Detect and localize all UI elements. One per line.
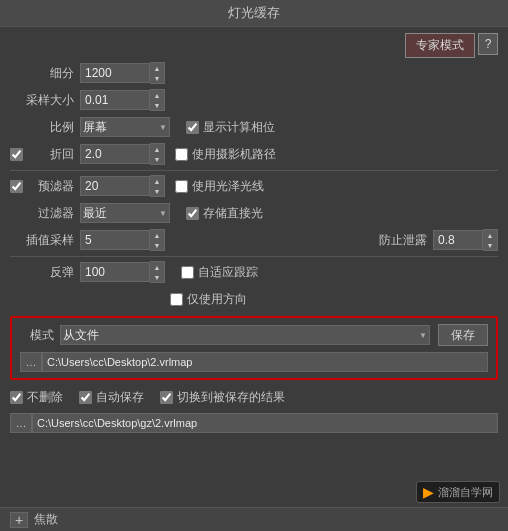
store-direct-wrap: 存储直接光: [186, 205, 263, 222]
expert-mode-button[interactable]: 专家模式: [405, 33, 475, 58]
scale-select[interactable]: 屏幕 世界: [80, 117, 170, 137]
prefilter-label: 预滤器: [30, 178, 80, 195]
prefilter-row: 预滤器 ▲ ▼ 使用光泽光线: [10, 175, 498, 197]
auto-save-label: 自动保存: [96, 389, 144, 406]
camera-path-wrap: 使用摄影机路径: [175, 146, 276, 163]
interp-up[interactable]: ▲: [150, 230, 164, 240]
store-direct-label: 存储直接光: [203, 205, 263, 222]
path2-row: …: [10, 413, 498, 433]
leak-up[interactable]: ▲: [483, 230, 497, 240]
bounce-label: 反弹: [10, 264, 80, 281]
show-calc-phase-checkbox[interactable]: [186, 121, 199, 134]
switch-save-checkbox[interactable]: [160, 391, 173, 404]
direction-only-wrap: 仅使用方向: [170, 291, 247, 308]
subdivisions-input[interactable]: [80, 63, 150, 83]
bounce-down[interactable]: ▼: [150, 272, 164, 282]
foldback-checkbox[interactable]: [10, 148, 23, 161]
title-bar: 灯光缓存: [0, 0, 508, 27]
filter-select[interactable]: 最近 固定: [80, 203, 170, 223]
path1-row: …: [20, 352, 488, 372]
foldback-row: 折回 ▲ ▼ 使用摄影机路径: [10, 143, 498, 165]
help-button[interactable]: ?: [478, 33, 498, 55]
camera-path-label: 使用摄影机路径: [192, 146, 276, 163]
direction-only-checkbox[interactable]: [170, 293, 183, 306]
subdivisions-up[interactable]: ▲: [150, 63, 164, 73]
bottom-bar: + 焦散: [0, 507, 508, 531]
no-delete-wrap: 不删除: [10, 389, 63, 406]
path2-input[interactable]: [32, 413, 498, 433]
switch-save-label: 切换到被保存的结果: [177, 389, 285, 406]
focus-label: 焦散: [34, 511, 58, 528]
auto-tracking-checkbox[interactable]: [181, 266, 194, 279]
sample-size-label: 采样大小: [10, 92, 80, 109]
watermark-text: 溜溜自学网: [438, 485, 493, 500]
sample-size-input[interactable]: [80, 90, 150, 110]
interp-label: 插值采样: [10, 232, 80, 249]
show-calc-phase-wrap: 显示计算相位: [186, 119, 275, 136]
auto-tracking-wrap: 自适应跟踪: [181, 264, 258, 281]
filter-row: 过滤器 最近 固定 存储直接光: [10, 202, 498, 224]
mode-label: 模式: [20, 327, 60, 344]
sample-size-down[interactable]: ▼: [150, 100, 164, 110]
auto-save-checkbox[interactable]: [79, 391, 92, 404]
leak-prevent-label: 防止泄露: [373, 232, 433, 249]
store-direct-checkbox[interactable]: [186, 207, 199, 220]
direction-only-label: 仅使用方向: [187, 291, 247, 308]
interp-input[interactable]: [80, 230, 150, 250]
subdivisions-row: 细分 ▲ ▼: [10, 62, 498, 84]
foldback-down[interactable]: ▼: [150, 154, 164, 164]
scale-row: 比例 屏幕 世界 显示计算相位: [10, 116, 498, 138]
prefilter-spinner[interactable]: ▲ ▼: [150, 175, 165, 197]
divider1: [10, 170, 498, 171]
no-delete-checkbox[interactable]: [10, 391, 23, 404]
camera-path-checkbox[interactable]: [175, 148, 188, 161]
main-panel: 专家模式 ? 细分 ▲ ▼ 采样大小 ▲ ▼ 比例 屏幕 世界: [0, 27, 508, 439]
bounce-spinner[interactable]: ▲ ▼: [150, 261, 165, 283]
subdivisions-spinner[interactable]: ▲ ▼: [150, 62, 165, 84]
prefilter-checkbox[interactable]: [10, 180, 23, 193]
show-calc-phase-label: 显示计算相位: [203, 119, 275, 136]
leak-spinner[interactable]: ▲ ▼: [483, 229, 498, 251]
glossy-rays-label: 使用光泽光线: [192, 178, 264, 195]
watermark-icon: ▶: [423, 484, 434, 500]
sample-size-up[interactable]: ▲: [150, 90, 164, 100]
mode-section: 模式 从文件 新建映射 增量添加到当前地图 保存 …: [10, 316, 498, 380]
add-button[interactable]: +: [10, 512, 28, 528]
bottom-checks-row: 不删除 自动保存 切换到被保存的结果: [10, 386, 498, 408]
title-text: 灯光缓存: [228, 5, 280, 20]
subdivisions-label: 细分: [10, 65, 80, 82]
bounce-row: 反弹 ▲ ▼ 自适应跟踪: [10, 261, 498, 283]
foldback-up[interactable]: ▲: [150, 144, 164, 154]
mode-select[interactable]: 从文件 新建映射 增量添加到当前地图: [60, 325, 430, 345]
divider2: [10, 256, 498, 257]
bounce-up[interactable]: ▲: [150, 262, 164, 272]
interp-row: 插值采样 ▲ ▼ 防止泄露 ▲ ▼: [10, 229, 498, 251]
path1-input[interactable]: [42, 352, 488, 372]
switch-save-wrap: 切换到被保存的结果: [160, 389, 285, 406]
foldback-spinner[interactable]: ▲ ▼: [150, 143, 165, 165]
foldback-check-wrap: [10, 148, 30, 161]
prefilter-input[interactable]: [80, 176, 150, 196]
glossy-rays-checkbox[interactable]: [175, 180, 188, 193]
direction-only-row: 仅使用方向: [10, 288, 498, 310]
no-delete-label: 不删除: [27, 389, 63, 406]
leak-prevent-input[interactable]: [433, 230, 483, 250]
browse-button2[interactable]: …: [10, 413, 32, 433]
leak-down[interactable]: ▼: [483, 240, 497, 250]
filter-label: 过滤器: [10, 205, 80, 222]
prefilter-up[interactable]: ▲: [150, 176, 164, 186]
subdivisions-down[interactable]: ▼: [150, 73, 164, 83]
sample-size-spinner[interactable]: ▲ ▼: [150, 89, 165, 111]
save-button[interactable]: 保存: [438, 324, 488, 346]
mode-row: 模式 从文件 新建映射 增量添加到当前地图 保存: [20, 324, 488, 346]
browse-button1[interactable]: …: [20, 352, 42, 372]
interp-down[interactable]: ▼: [150, 240, 164, 250]
watermark: ▶ 溜溜自学网: [416, 481, 500, 503]
glossy-rays-wrap: 使用光泽光线: [175, 178, 264, 195]
prefilter-down[interactable]: ▼: [150, 186, 164, 196]
auto-tracking-label: 自适应跟踪: [198, 264, 258, 281]
bounce-input[interactable]: [80, 262, 150, 282]
foldback-label: 折回: [30, 146, 80, 163]
foldback-input[interactable]: [80, 144, 150, 164]
interp-spinner[interactable]: ▲ ▼: [150, 229, 165, 251]
